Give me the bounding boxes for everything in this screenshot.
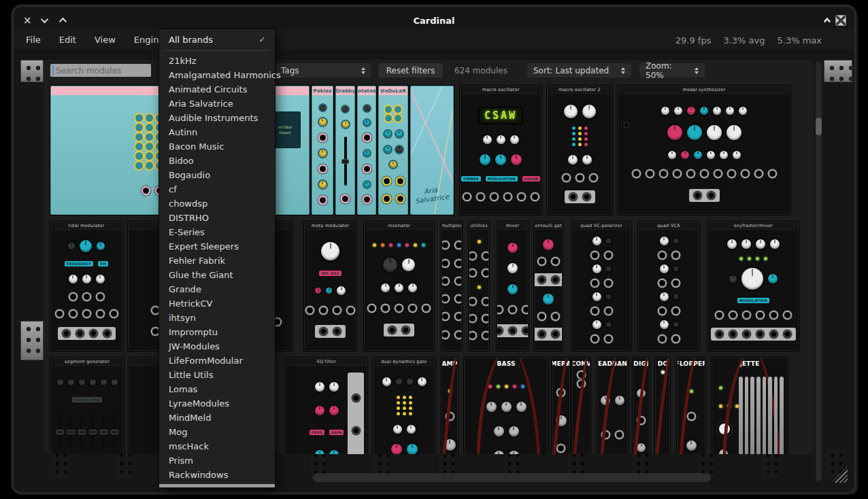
module-resonator[interactable]: resonator: [364, 222, 434, 351]
brand-option-ihtsyn[interactable]: ihtsyn: [159, 311, 275, 325]
jack: [638, 417, 644, 424]
knob-grid: [385, 106, 401, 122]
brand-option-audible-instruments[interactable]: Audible Instruments: [159, 111, 275, 125]
module-unnamed[interactable]: Aria Salvatrice: [410, 86, 454, 215]
module-utilities[interactable]: utilities: [469, 222, 489, 351]
module-meta-modulator[interactable]: meta modulatorINT. OSC: [304, 222, 356, 351]
module-panel: [598, 368, 627, 454]
brand-option-lomas[interactable]: Lomas: [159, 382, 275, 396]
module-rotatoes[interactable]: Rotatoes: [357, 86, 376, 215]
tags-dropdown-label: Tags: [281, 66, 299, 75]
jack: [369, 305, 375, 311]
brand-option-lifeformmodular[interactable]: LifeFormModular: [159, 354, 275, 368]
module-pokies[interactable]: Pokies: [312, 86, 333, 215]
brand-option-impromptu[interactable]: Impromptu: [159, 325, 275, 339]
module-count: 624 modules: [454, 63, 507, 78]
brand-option-rackwindows[interactable]: Rackwindows: [159, 468, 275, 482]
module-dc[interactable]: DC: [655, 358, 670, 454]
chevron-down-icon[interactable]: [41, 16, 48, 23]
close-icon[interactable]: ×: [23, 16, 32, 26]
knob-row: [393, 425, 416, 434]
module-bass[interactable]: BASS: [464, 358, 548, 454]
module-flopper[interactable]: FLOPPER: [677, 358, 705, 454]
module-panel: [712, 368, 787, 454]
jack-row: [637, 416, 646, 425]
brand-option-animated-circuits[interactable]: Animated Circuits: [159, 82, 275, 97]
module-deadband[interactable]: DEADBAND: [597, 358, 628, 454]
module-macro-oscillator[interactable]: macro oscillatorCSAWTIMBREMODULATIONCOLO…: [460, 86, 541, 215]
menu-item-edit[interactable]: Edit: [59, 35, 76, 45]
module-jette[interactable]: JETTE: [712, 358, 788, 454]
brand-option-little-utils[interactable]: Little Utils: [159, 368, 275, 382]
brand-option-21khz[interactable]: 21kHz: [159, 54, 275, 68]
brand-option-grande[interactable]: Grande: [159, 282, 275, 296]
brand-option-bogaudio[interactable]: Bogaudio: [159, 168, 275, 182]
module-title: multiples: [442, 222, 461, 230]
module-segment-generator[interactable]: segment generatorSHAPE/TIMETIME/LEVEL: [50, 358, 124, 454]
brand-option-autinn[interactable]: Autinn: [159, 125, 275, 139]
search-input[interactable]: [54, 64, 148, 77]
sort-dropdown[interactable]: Sort: Last updated: [527, 63, 631, 78]
module-digi[interactable]: DIGI: [633, 358, 650, 454]
module-bernoulli-gate[interactable]: bernoulli gate: [534, 222, 563, 351]
brand-option-amalgamated-harmonics[interactable]: Amalgamated Harmonics: [159, 68, 275, 82]
module-title: Grabby: [336, 86, 354, 95]
brand-option-bacon-music[interactable]: Bacon Music: [159, 139, 275, 154]
module-tidal-modulator[interactable]: tidal modulatorFREQUENCYFM: [50, 222, 122, 351]
horizontal-scrollbar[interactable]: [313, 473, 711, 482]
module-dual-dynamics-gate[interactable]: dual dynamics gateLEVEL MODLEVEL MOD: [373, 358, 435, 454]
brand-option-mschack[interactable]: mscHack: [159, 439, 275, 453]
module-multiples[interactable]: multiples: [441, 222, 462, 351]
brand-option-bidoo[interactable]: Bidoo: [159, 154, 275, 168]
output-jack: [708, 192, 714, 199]
menu-item-file[interactable]: File: [26, 35, 41, 45]
brand-option-prism[interactable]: Prism: [159, 453, 275, 468]
tags-dropdown[interactable]: Tags: [275, 63, 371, 78]
jack-row: [537, 312, 560, 321]
module-quad-vc-polarizer[interactable]: quad VC-polarizer: [571, 222, 631, 351]
brand-option-aria-salvatrice[interactable]: Aria Salvatrice: [159, 97, 275, 111]
knob-row: [719, 449, 728, 454]
vertical-scrollbar-thumb[interactable]: [816, 118, 822, 135]
jack: [456, 313, 462, 320]
brand-option-mog[interactable]: Mog: [159, 425, 275, 439]
brand-option-fehler-fabrik[interactable]: Fehler Fabrik: [159, 254, 275, 268]
brand-option-lyraemodules[interactable]: LyraeModules: [159, 396, 275, 411]
module-eq-filter[interactable]: EQ filterFREQGAIN: [286, 358, 367, 454]
label-chip-row: FREQUENCYFM: [65, 261, 109, 266]
jack: [84, 294, 90, 300]
module-panel: CSAWTIMBREMODULATIONCOLOR: [461, 94, 541, 214]
module-keyframer-mixer[interactable]: keyframer/mixerMODULATION: [707, 222, 799, 351]
brand-option-jw-modules[interactable]: JW-Modules: [159, 339, 275, 354]
rollup-icon[interactable]: [824, 20, 829, 21]
menu-item-view[interactable]: View: [95, 35, 116, 45]
brand-option-hetrickcv[interactable]: HetrickCV: [159, 296, 275, 311]
module-grabby[interactable]: Grabby: [335, 86, 355, 215]
module-quad-vca[interactable]: quad VCA: [638, 222, 699, 351]
brand-option-cf[interactable]: cf: [159, 182, 275, 196]
zoom-dropdown[interactable]: Zoom: 50%: [639, 63, 705, 78]
module-conv[interactable]: CONV: [572, 358, 590, 454]
jack: [483, 315, 489, 322]
module-modal-synthesizer[interactable]: modal synthesizer: [618, 86, 790, 215]
window-controls-left: ×: [23, 11, 65, 30]
brand-option-glue-the-giant[interactable]: Glue the Giant: [159, 268, 275, 282]
brand-option-chowdsp[interactable]: chowdsp: [159, 196, 275, 211]
brand-option-e-series[interactable]: E-Series: [159, 225, 275, 239]
module-mera[interactable]: MERA: [552, 358, 570, 454]
brand-option-expert-sleepers[interactable]: Expert Sleepers: [159, 239, 275, 254]
dropdown-scrollbar[interactable]: [159, 484, 275, 487]
module-title: resonator: [365, 222, 433, 230]
abs-wrap: [739, 377, 784, 454]
brand-option-mindmeld[interactable]: MindMeld: [159, 411, 275, 425]
module-amp[interactable]: AMP: [441, 358, 458, 454]
module-macro-oscillator-2[interactable]: macro oscillator 2: [547, 86, 612, 215]
brand-option-all-brands[interactable]: All brands ✓: [159, 31, 275, 48]
tray-icon[interactable]: [835, 15, 846, 26]
module-undular[interactable]: UnDuLaR: [378, 86, 408, 215]
brand-option-distrho[interactable]: DISTRHO: [159, 211, 275, 225]
module-mixer[interactable]: mixer: [497, 222, 529, 351]
jack: [784, 312, 790, 318]
reset-filters-button[interactable]: Reset filters: [378, 63, 443, 78]
jack: [447, 413, 453, 419]
